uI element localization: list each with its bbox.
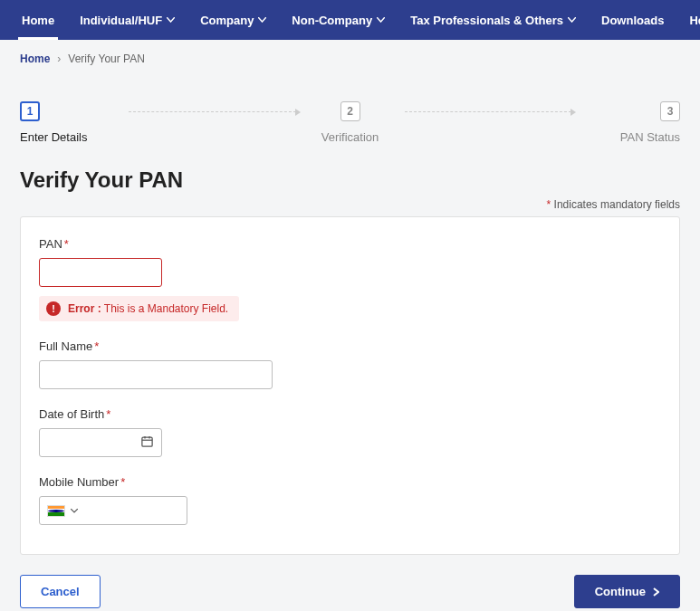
breadcrumb-current: Verify Your PAN [68,53,145,65]
chevron-down-icon [71,509,78,513]
nav-non-company[interactable]: Non-Company [279,0,398,40]
dob-input[interactable] [39,428,162,457]
nav-downloads[interactable]: Downloads [589,0,676,40]
svg-rect-0 [142,437,152,446]
step-1: 1 Enter Details [20,101,129,144]
dob-label: Date of Birth* [39,407,661,421]
step-3: 3 PAN Status [571,101,680,144]
form-card: PAN* ! Error : This is a Mandatory Field… [20,216,680,555]
breadcrumb: Home › Verify Your PAN [20,40,680,74]
chevron-right-icon [653,587,659,597]
error-icon: ! [46,301,61,316]
step-label: PAN Status [620,130,680,144]
nav-individual-huf[interactable]: Individual/HUF [67,0,187,40]
mandatory-note: * Indicates mandatory fields [20,198,680,211]
stepper: 1 Enter Details 2 Verification 3 PAN Sta… [20,101,680,144]
fullname-input[interactable] [39,360,273,389]
chevron-right-icon: › [57,53,61,65]
step-label: Enter Details [20,130,87,144]
breadcrumb-home[interactable]: Home [20,53,50,65]
step-label: Verification [321,130,379,144]
pan-input[interactable] [39,258,162,287]
pan-label: PAN* [39,237,661,251]
chevron-down-icon [377,17,385,23]
field-mobile: Mobile Number* [39,475,661,525]
chevron-down-icon [568,17,576,23]
form-footer: Cancel Continue [20,575,680,608]
step-2: 2 Verification [296,101,405,144]
step-connector [129,111,296,112]
step-number: 2 [340,101,360,121]
fullname-label: Full Name* [39,339,661,353]
nav-home[interactable]: Home [9,0,67,40]
continue-button[interactable]: Continue [574,575,680,608]
mobile-input[interactable] [39,496,187,525]
field-pan: PAN* ! Error : This is a Mandatory Field… [39,237,661,321]
india-flag-icon [47,505,65,517]
cancel-button[interactable]: Cancel [20,575,101,608]
step-number: 3 [660,101,680,121]
nav-tax-professionals[interactable]: Tax Professionals & Others [398,0,589,40]
chevron-down-icon [258,17,266,23]
page-title: Verify Your PAN [20,167,680,193]
nav-help[interactable]: Help [676,0,700,40]
top-navbar: Home Individual/HUF Company Non-Company … [0,0,700,40]
field-fullname: Full Name* [39,339,661,389]
step-number: 1 [20,101,40,121]
field-dob: Date of Birth* [39,407,661,457]
step-connector [405,111,572,112]
nav-company[interactable]: Company [187,0,279,40]
mobile-label: Mobile Number* [39,475,661,489]
chevron-down-icon [167,17,175,23]
calendar-icon [140,434,154,451]
pan-error: ! Error : This is a Mandatory Field. [39,296,239,321]
